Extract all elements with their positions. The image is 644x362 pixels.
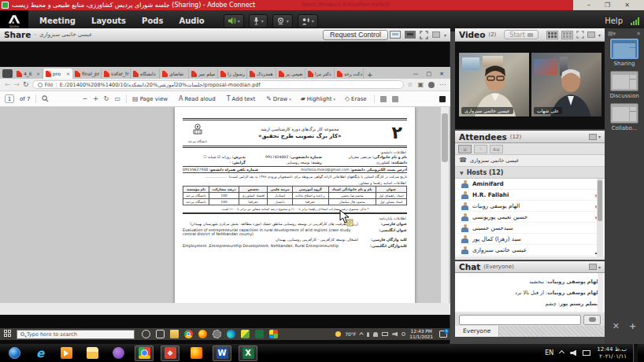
attendee-row[interactable]: H.R. Fallahi [455, 190, 605, 201]
menu-item[interactable]: Layouts [91, 17, 126, 25]
browser-tab[interactable]: pro × [43, 68, 72, 79]
host-taskbar-app[interactable] [5, 345, 24, 361]
browser-tab[interactable]: دکت رحد [335, 68, 364, 79]
video-tile-2[interactable]: علی شهاب [531, 53, 601, 116]
host-taskbar-app[interactable] [57, 345, 76, 361]
attendee-list-view-icon[interactable]: ≡ [458, 145, 472, 153]
request-control-button[interactable]: Request Control [323, 30, 388, 40]
rotate-icon[interactable]: ↻ [104, 95, 109, 102]
taskbar-app-icon[interactable] [213, 330, 221, 338]
pdf-tool-button[interactable]: ◇ Erase [345, 95, 368, 102]
tray-icon[interactable] [367, 332, 369, 337]
layout-option[interactable]: Discussion [609, 71, 638, 99]
page-number-input[interactable]: 1 [5, 94, 14, 103]
browser-tab[interactable]: میلم میر [189, 68, 218, 79]
chat-scrollbar[interactable] [598, 273, 603, 312]
taskbar-app-icon[interactable] [241, 330, 250, 338]
collections-icon[interactable]: ▣ [417, 81, 424, 88]
taskbar-app-icon[interactable] [227, 330, 235, 338]
speaker-button[interactable]: ▾ [224, 14, 244, 28]
tray-icon[interactable] [382, 332, 388, 336]
chat-tab-everyone[interactable]: Everyone [455, 326, 499, 337]
attendee-row[interactable]: سیدحسن حسینی [455, 223, 605, 234]
attendee-grid-view-icon[interactable]: ⁘ [474, 145, 487, 153]
search-icon[interactable] [42, 95, 49, 102]
taskbar-app-icon[interactable] [269, 330, 278, 338]
attendees-pod-menu-icon[interactable] [589, 134, 597, 140]
pdf-tool-button[interactable]: ▰ Highlight ▾ [301, 95, 335, 102]
layouts-close-icon[interactable]: ✕ [636, 31, 641, 37]
attendee-row[interactable]: Aminifard [455, 179, 605, 190]
microphone-button[interactable]: ▾ [249, 14, 268, 28]
help-menu[interactable]: Help [605, 17, 623, 25]
notification-center-icon[interactable]: 5 [439, 331, 447, 338]
chat-pod-menu-icon[interactable] [589, 264, 597, 270]
webcam-button[interactable]: ▾ [272, 14, 293, 28]
browser-tab[interactable]: رسول زا [218, 68, 247, 79]
language-indicator[interactable]: EN [545, 349, 553, 356]
host-taskbar-app[interactable]: e [31, 345, 50, 361]
taskbar-search-box[interactable]: Type here to search [17, 330, 135, 339]
taskbar-app-icon[interactable] [156, 330, 165, 338]
pdf-scrollbar[interactable] [441, 107, 449, 303]
browser-tab[interactable]: نعیمی پر [276, 68, 305, 79]
connection-signal-icon[interactable] [631, 17, 639, 25]
pdf-tool-button[interactable]: ▤ Page view [132, 95, 169, 102]
start-button-icon[interactable] [4, 330, 13, 338]
attendee-status-view-icon[interactable]: A≡ [490, 145, 503, 153]
host-taskbar-app[interactable]: ❖ [161, 345, 180, 361]
tray-icon[interactable] [402, 332, 405, 336]
attendee-row[interactable]: الهام یوسفی روبیات [455, 201, 605, 212]
video-pod-menu-icon[interactable] [587, 31, 595, 38]
browser-tab[interactable]: تقاضای [160, 68, 189, 79]
fit-page-icon[interactable]: ▭ [115, 95, 121, 102]
remove-layout-icon[interactable]: ✕ [613, 321, 620, 331]
browser-tab[interactable]: safar_fr [102, 68, 131, 79]
taskbar-app-icon[interactable] [184, 330, 193, 338]
host-taskbar-app[interactable] [135, 345, 154, 361]
menu-item[interactable]: Pods [142, 17, 163, 25]
browser-tab[interactable]: final_pr [72, 68, 102, 79]
forward-icon[interactable]: → [14, 81, 20, 88]
raise-hand-button[interactable]: ▾ [298, 14, 318, 28]
chat-input[interactable] [459, 315, 581, 325]
minimize-icon[interactable]: – [587, 2, 590, 9]
attendee-row[interactable]: سید (زهرا) کمال پور [455, 234, 605, 245]
back-icon[interactable]: ← [5, 81, 11, 88]
browser-minimize-icon[interactable]: — [413, 71, 419, 77]
video-fullscreen-icon[interactable] [576, 31, 584, 39]
show-desktop-button[interactable] [633, 344, 638, 362]
layout-option[interactable]: Sharing [610, 39, 638, 67]
taskbar-app-icon[interactable] [170, 330, 179, 338]
layouts-menu-icon[interactable]: ▤▾ [608, 31, 616, 37]
tray-speaker-icon[interactable] [570, 350, 576, 356]
layout-option[interactable]: Collabo... [610, 103, 638, 131]
taskbar-app-icon[interactable] [142, 330, 150, 338]
pin-toolbar-icon[interactable] [439, 96, 446, 102]
browser-maximize-icon[interactable]: ▢ [427, 71, 432, 77]
tray-icon[interactable] [359, 332, 364, 337]
host-taskbar-app[interactable] [187, 345, 205, 361]
host-clock[interactable]: ب.ظ 12:44 ۲۰۲۱/۰۱/۱۱ [597, 346, 627, 360]
filmstrip-view-icon[interactable] [561, 31, 573, 39]
page-info-icon[interactable] [38, 83, 43, 87]
tab-close-icon[interactable]: × [66, 71, 70, 76]
grid-view-icon[interactable] [546, 31, 558, 39]
share-view-toggle-active-icon[interactable] [405, 31, 416, 39]
host-taskbar-app[interactable]: W [213, 345, 231, 361]
browser-close-icon[interactable]: ✕ [439, 71, 444, 77]
attendee-row[interactable]: حسین نعیمی پوریونسی [455, 212, 605, 223]
tray-icon[interactable] [373, 332, 378, 337]
tray-chevron-icon[interactable] [559, 350, 564, 356]
attendee-row[interactable]: عیسی خاتمی سبزواری [455, 245, 605, 256]
print-icon[interactable] [380, 96, 387, 102]
pdf-tool-button[interactable]: ✎ Draw ▾ [266, 95, 291, 102]
menu-item[interactable]: Meeting [39, 17, 76, 25]
tray-icon[interactable] [392, 332, 398, 337]
fullscreen-icon[interactable] [420, 31, 428, 39]
share-pod-menu-icon[interactable] [432, 31, 440, 38]
browser-tab[interactable]: 4_6 × [14, 68, 43, 79]
more-options-icon[interactable]: ⋯ [439, 81, 446, 88]
browser-tab[interactable]: دکتر مرا [305, 68, 335, 79]
weather-icon[interactable] [335, 331, 341, 337]
